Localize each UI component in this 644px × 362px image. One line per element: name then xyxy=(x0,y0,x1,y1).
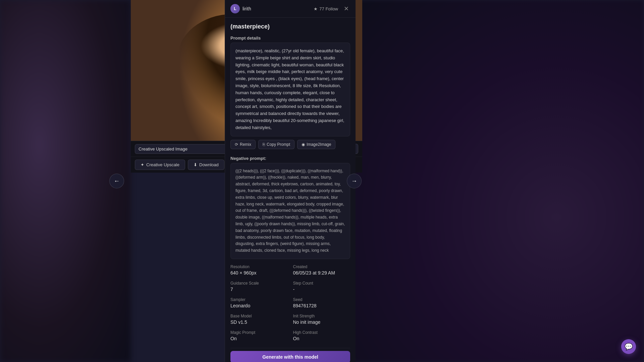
guidance-value: 7 xyxy=(230,287,288,292)
next-arrow-icon: → xyxy=(351,178,357,185)
seed-value: 894761728 xyxy=(293,303,351,308)
created-label: Created xyxy=(293,264,351,269)
init-strength-label: Init Strength xyxy=(293,314,351,318)
image2image-icon: ◉ xyxy=(302,142,305,147)
download-icon: ⬇ xyxy=(194,162,197,167)
creative-upscale-button[interactable]: ✦ Creative Upscale xyxy=(135,160,185,170)
close-icon: ✕ xyxy=(344,5,349,12)
guidance-item: Guidance Scale 7 xyxy=(230,281,288,292)
background-right xyxy=(352,0,644,362)
remix-label: Remix xyxy=(240,142,251,147)
creative-upscale-icon: ✦ xyxy=(141,162,144,167)
header-right: ★ 77 Follow ✕ xyxy=(314,5,350,13)
download-button[interactable]: ⬇ Download xyxy=(188,160,224,170)
image2image-button[interactable]: ◉ Image2Image xyxy=(297,140,335,149)
detail-panel: L lirith ★ 77 Follow ✕ (masterpiece) Pro… xyxy=(225,0,356,362)
close-button[interactable]: ✕ xyxy=(342,5,350,13)
copy-prompt-label: Copy Prompt xyxy=(267,142,290,147)
init-strength-item: Init Strength No init image xyxy=(293,314,351,325)
resolution-label: Resolution xyxy=(230,264,288,269)
sampler-value: Leonardo xyxy=(230,303,288,308)
prompt-details-label: Prompt details xyxy=(225,33,356,43)
step-count-item: Step Count - xyxy=(293,281,351,292)
prev-arrow[interactable]: ← xyxy=(109,174,124,188)
created-item: Created 06/05/23 at 9:29 AM xyxy=(293,264,351,276)
high-contrast-label: High Contrast xyxy=(293,330,351,335)
prompt-text: (masterpiece), realistic, (27yr old fema… xyxy=(230,43,350,136)
panel-title: (masterpiece) xyxy=(225,18,356,33)
model-name: Creative Upscaled Image xyxy=(139,146,187,152)
prompt-actions: ⟳ Remix ⎘ Copy Prompt ◉ Image2Image xyxy=(225,136,356,153)
guidance-label: Guidance Scale xyxy=(230,281,288,286)
negative-prompt-label: Negative prompt: xyxy=(225,153,356,163)
creative-upscale-label: Creative Upscale xyxy=(146,162,179,167)
seed-label: Seed xyxy=(293,297,351,302)
follow-button[interactable]: ★ 77 Follow xyxy=(314,6,338,11)
remix-button[interactable]: ⟳ Remix xyxy=(230,140,256,149)
sampler-label: Sampler xyxy=(230,297,288,302)
init-strength-value: No init image xyxy=(293,319,351,325)
resolution-value: 640 × 960px xyxy=(230,270,288,276)
magic-prompt-label: Magic Prompt xyxy=(230,330,288,335)
user-info: L lirith xyxy=(230,4,251,13)
next-arrow[interactable]: → xyxy=(347,174,362,188)
download-label: Download xyxy=(199,162,219,167)
chat-icon: 💬 xyxy=(625,343,633,351)
copy-prompt-button[interactable]: ⎘ Copy Prompt xyxy=(258,140,294,149)
seed-item: Seed 894761728 xyxy=(293,297,351,308)
high-contrast-item: High Contrast On xyxy=(293,330,351,341)
chat-bubble[interactable]: 💬 xyxy=(621,339,636,354)
generate-button[interactable]: Generate with this model xyxy=(230,351,350,362)
resolution-item: Resolution 640 × 960px xyxy=(230,264,288,276)
follow-count: 77 Follow xyxy=(319,6,338,11)
magic-prompt-value: On xyxy=(230,336,288,341)
metadata-grid: Resolution 640 × 960px Created 06/05/23 … xyxy=(225,259,356,347)
base-model-value: SD v1.5 xyxy=(230,319,288,325)
magic-prompt-item: Magic Prompt On xyxy=(230,330,288,341)
prev-arrow-icon: ← xyxy=(114,178,120,185)
star-icon: ★ xyxy=(314,6,318,11)
username: lirith xyxy=(243,6,251,11)
sampler-item: Sampler Leonardo xyxy=(230,297,288,308)
base-model-item: Base Model SD v1.5 xyxy=(230,314,288,325)
base-model-label: Base Model xyxy=(230,314,288,318)
remix-icon: ⟳ xyxy=(235,142,238,147)
divider xyxy=(230,348,350,348)
step-count-label: Step Count xyxy=(293,281,351,286)
created-value: 06/05/23 at 9:29 AM xyxy=(293,270,351,276)
high-contrast-value: On xyxy=(293,336,351,341)
negative-prompt-text: (((2 heads))), (((2 face))), (((duplicat… xyxy=(230,163,350,259)
panel-header: L lirith ★ 77 Follow ✕ xyxy=(225,0,356,18)
avatar: L xyxy=(230,4,240,13)
image2image-label: Image2Image xyxy=(307,142,331,147)
generate-section: Generate with this model xyxy=(230,351,350,362)
step-count-value: - xyxy=(293,287,351,292)
copy-icon: ⎘ xyxy=(263,142,265,147)
